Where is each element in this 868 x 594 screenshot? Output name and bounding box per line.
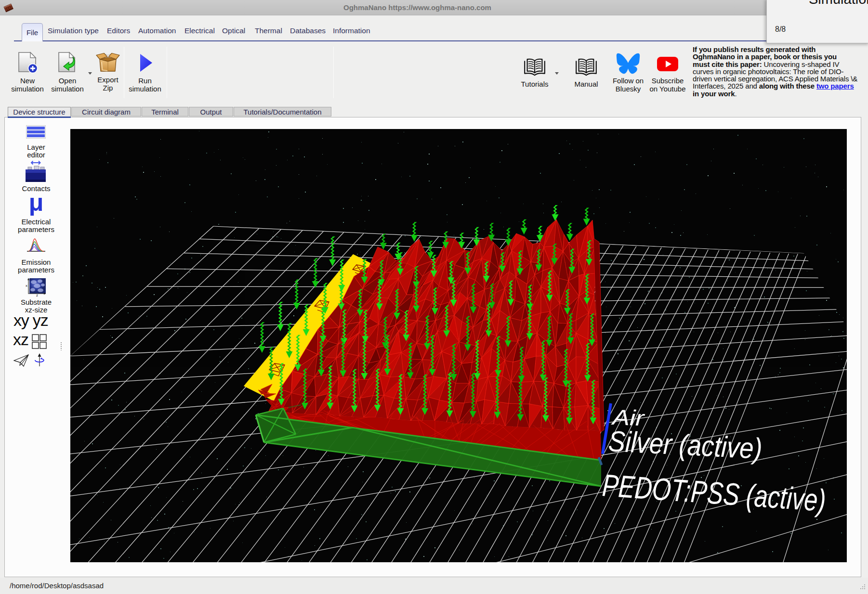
svg-text:z: z <box>36 293 38 297</box>
svg-text:x: x <box>26 284 27 288</box>
